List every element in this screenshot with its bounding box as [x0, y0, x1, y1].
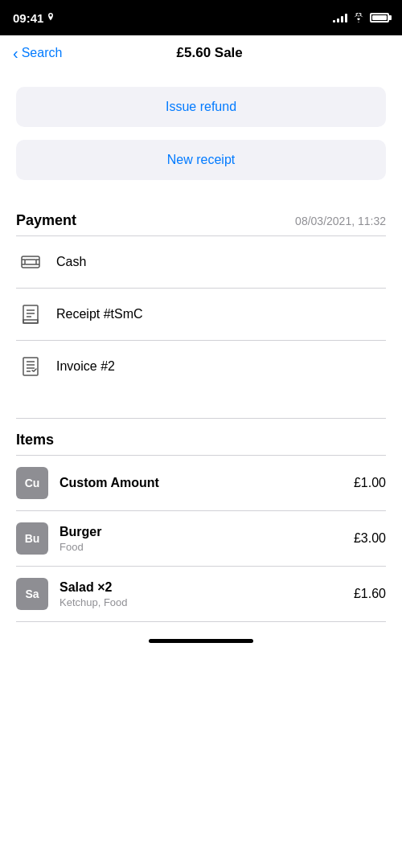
battery-icon: [370, 13, 389, 23]
main-content: Issue refund New receipt Payment 08/03/2…: [0, 71, 402, 622]
location-icon: [47, 13, 55, 23]
page-title: £5.60 Sale: [62, 45, 357, 61]
signal-icon: [333, 13, 347, 23]
item-row-salad[interactable]: Sa Salad ×2 Ketchup, Food £1.60: [16, 567, 386, 622]
invoice-icon: [16, 352, 45, 381]
svg-rect-1: [25, 260, 36, 264]
cash-icon: [16, 248, 45, 276]
back-arrow-icon: ‹: [13, 45, 18, 61]
payment-row-invoice[interactable]: Invoice #2: [16, 341, 386, 392]
item-price-custom: £1.00: [354, 476, 386, 490]
item-row-burger[interactable]: Bu Burger Food £3.00: [16, 511, 386, 567]
status-time: 09:41: [13, 11, 55, 25]
svg-rect-11: [23, 358, 38, 375]
item-name-burger: Burger: [59, 525, 343, 539]
payment-row-receipt[interactable]: Receipt #tSmC: [16, 289, 386, 341]
item-avatar-burger: Bu: [16, 522, 48, 555]
item-price-salad: £1.60: [354, 587, 386, 601]
receipt-label: Receipt #tSmC: [56, 307, 143, 321]
back-label: Search: [22, 46, 63, 60]
payment-row-cash[interactable]: Cash: [16, 236, 386, 289]
items-title: Items: [16, 432, 54, 448]
items-top-divider: [16, 418, 386, 419]
svg-rect-10: [23, 320, 38, 323]
item-info-salad: Salad ×2 Ketchup, Food: [59, 580, 343, 608]
item-name-custom: Custom Amount: [59, 476, 343, 490]
item-name-salad: Salad ×2: [59, 580, 343, 595]
item-avatar-custom: Cu: [16, 467, 48, 499]
item-avatar-salad: Sa: [16, 578, 48, 610]
item-row-custom[interactable]: Cu Custom Amount £1.00: [16, 456, 386, 511]
status-bar: 09:41: [0, 0, 402, 35]
wifi-icon: [352, 13, 365, 23]
home-indicator-area: [0, 622, 402, 649]
payment-title: Payment: [16, 212, 76, 229]
item-price-burger: £3.00: [354, 531, 386, 546]
payment-section: Payment 08/03/2021, 11:32 Cash: [16, 212, 386, 392]
nav-bar: ‹ Search £5.60 Sale: [0, 35, 402, 71]
item-sub-salad: Ketchup, Food: [59, 596, 343, 608]
cash-label: Cash: [56, 255, 86, 269]
payment-date: 08/03/2021, 11:32: [295, 215, 386, 227]
receipt-icon: [16, 300, 45, 329]
item-info-burger: Burger Food: [59, 525, 343, 553]
new-receipt-button[interactable]: New receipt: [16, 140, 386, 180]
items-section: Items Cu Custom Amount £1.00 Bu Burger F…: [16, 418, 386, 622]
home-indicator: [149, 639, 253, 643]
time-label: 09:41: [13, 11, 43, 25]
item-info-custom: Custom Amount: [59, 476, 343, 490]
status-icons: [333, 13, 389, 23]
payment-header: Payment 08/03/2021, 11:32: [16, 212, 386, 229]
back-button[interactable]: ‹ Search: [13, 45, 62, 61]
item-sub-burger: Food: [59, 541, 343, 553]
issue-refund-button[interactable]: Issue refund: [16, 87, 386, 127]
invoice-label: Invoice #2: [56, 359, 115, 374]
